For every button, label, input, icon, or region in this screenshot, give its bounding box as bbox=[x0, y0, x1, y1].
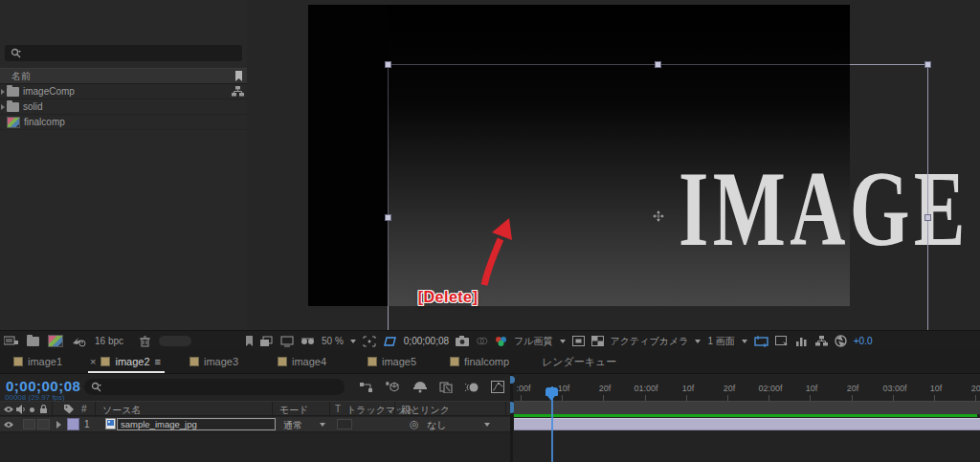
project-item-solid[interactable]: solid bbox=[0, 99, 247, 115]
ruler-tick-label: 20f bbox=[847, 384, 859, 393]
preserve-transparency-column[interactable]: T bbox=[335, 404, 341, 414]
source-name-column[interactable]: ソース名 bbox=[102, 404, 141, 417]
show-channels-icon[interactable] bbox=[495, 336, 507, 347]
layer-twirl-icon[interactable] bbox=[56, 421, 61, 429]
switch-cell[interactable] bbox=[37, 419, 50, 429]
tab-label: image1 bbox=[28, 356, 62, 367]
project-name-column-header[interactable]: 名前 bbox=[0, 68, 247, 84]
fast-previews-icon[interactable] bbox=[572, 336, 585, 346]
switch-cell[interactable] bbox=[23, 419, 35, 429]
snapshot-camera-icon[interactable] bbox=[456, 336, 469, 346]
timeline-search-input[interactable] bbox=[84, 379, 345, 395]
project-settings-icon[interactable] bbox=[72, 336, 86, 347]
selection-handle-mid-right[interactable] bbox=[924, 214, 931, 221]
current-time-field[interactable]: 0;00;00;08 bbox=[6, 378, 80, 394]
audio-icon[interactable] bbox=[16, 405, 26, 414]
tab-menu-icon[interactable]: ≡ bbox=[155, 356, 161, 367]
shared-view-options-icon[interactable] bbox=[775, 336, 789, 347]
lock-icon[interactable] bbox=[39, 405, 48, 414]
playhead-handle[interactable] bbox=[546, 387, 558, 396]
graph-editor-icon[interactable] bbox=[491, 381, 504, 393]
pixel-aspect-correction-icon[interactable] bbox=[754, 336, 768, 347]
chevron-down-icon[interactable] bbox=[320, 423, 325, 427]
project-search-input[interactable] bbox=[5, 45, 242, 61]
tab-image5[interactable]: image5 bbox=[368, 350, 416, 373]
project-item-imagecomp[interactable]: imageComp bbox=[0, 84, 247, 99]
interpret-footage-icon[interactable] bbox=[4, 336, 18, 346]
draft-3d-icon[interactable] bbox=[386, 381, 401, 393]
selection-handle-top-center[interactable] bbox=[655, 61, 661, 68]
blend-mode-select[interactable]: 通常 bbox=[283, 419, 302, 432]
layer-duration-bar[interactable] bbox=[514, 418, 980, 430]
layer-number-column[interactable]: # bbox=[81, 404, 87, 414]
selection-handle-top-left[interactable] bbox=[385, 61, 391, 68]
work-area-bar[interactable] bbox=[514, 401, 980, 414]
histogram-icon[interactable] bbox=[795, 336, 809, 347]
tab-finalcomp[interactable]: finalcomp bbox=[450, 350, 509, 373]
pick-whip-icon[interactable]: ◎ bbox=[410, 418, 419, 430]
selection-edge-left bbox=[388, 64, 389, 330]
primary-viewer-icon[interactable] bbox=[280, 336, 294, 347]
ruler-tick-label: 10f bbox=[806, 384, 818, 393]
region-of-interest-icon[interactable] bbox=[363, 336, 376, 347]
view-layout-select[interactable]: 1 画面 bbox=[707, 335, 734, 348]
mask-visibility-icon[interactable] bbox=[383, 336, 397, 347]
after-effects-window: 名前 imageComp solid finalcomp bbox=[0, 0, 980, 462]
camera-view-select[interactable]: アクティブカメラ bbox=[611, 335, 689, 348]
tab-render-queue[interactable]: レンダーキュー bbox=[542, 350, 616, 373]
chevron-down-icon[interactable] bbox=[742, 340, 747, 343]
tab-image1[interactable]: image1 bbox=[13, 350, 62, 373]
footage-file-icon bbox=[105, 418, 116, 429]
tab-image2-active[interactable]: × image2 ≡ bbox=[90, 350, 161, 373]
frame-blending-icon[interactable] bbox=[439, 382, 454, 393]
twirl-icon[interactable] bbox=[1, 89, 5, 95]
chevron-down-icon[interactable] bbox=[484, 423, 490, 427]
label-tag-icon[interactable] bbox=[63, 404, 75, 414]
project-item-finalcomp[interactable]: finalcomp bbox=[0, 115, 247, 130]
chevron-down-icon[interactable] bbox=[560, 340, 566, 343]
comp-tab-icon bbox=[450, 357, 459, 366]
shy-layers-icon[interactable] bbox=[412, 382, 428, 393]
flowchart-icon[interactable] bbox=[815, 336, 828, 346]
channel-glasses-icon[interactable] bbox=[301, 336, 315, 346]
always-preview-icon[interactable] bbox=[260, 336, 274, 347]
tab-label: image4 bbox=[292, 356, 326, 367]
parent-select[interactable]: なし bbox=[427, 419, 446, 432]
tab-image3[interactable]: image3 bbox=[189, 350, 238, 373]
viewer-timecode[interactable]: 0;00;00;08 bbox=[404, 336, 449, 346]
bit-depth-label[interactable]: 16 bpc bbox=[95, 336, 123, 346]
bookmark-flag-icon[interactable] bbox=[234, 71, 243, 82]
chevron-down-icon[interactable] bbox=[350, 340, 356, 343]
tab-image4[interactable]: image4 bbox=[278, 350, 326, 373]
new-composition-icon[interactable] bbox=[48, 335, 63, 347]
composition-viewer[interactable]: IMAGE [Delete] bbox=[247, 0, 980, 330]
mode-column[interactable]: モード bbox=[279, 404, 308, 417]
layer-visibility-eye-icon[interactable] bbox=[3, 421, 14, 429]
resolution-select[interactable]: フル画質 bbox=[514, 335, 552, 348]
layer-row[interactable]: 1 sample_image_jpg 通常 ◎ なし bbox=[0, 417, 510, 432]
exposure-value[interactable]: +0.0 bbox=[854, 336, 873, 346]
image-layer[interactable]: IMAGE bbox=[388, 5, 850, 306]
column-divider bbox=[52, 402, 53, 417]
panel-flag-icon[interactable] bbox=[245, 336, 254, 347]
track-matte-select[interactable] bbox=[337, 419, 352, 429]
new-folder-icon[interactable] bbox=[27, 337, 39, 346]
mini-flowchart-icon[interactable] bbox=[360, 382, 374, 393]
eye-icon[interactable] bbox=[3, 406, 14, 413]
layer-label-color[interactable] bbox=[67, 418, 79, 430]
parent-link-column[interactable]: 親とリンク bbox=[401, 404, 450, 417]
show-snapshot-icon[interactable] bbox=[476, 336, 488, 346]
close-tab-icon[interactable]: × bbox=[90, 356, 96, 367]
trash-icon[interactable] bbox=[140, 336, 150, 347]
motion-blur-icon[interactable] bbox=[465, 382, 479, 393]
ruler-tick-label: 03:00f bbox=[882, 384, 906, 393]
solo-icon[interactable] bbox=[30, 407, 34, 412]
zoom-level-value[interactable]: 50 % bbox=[322, 336, 344, 346]
selection-handle-mid-left[interactable] bbox=[385, 214, 391, 221]
chevron-down-icon[interactable] bbox=[695, 340, 701, 343]
selection-handle-top-right[interactable] bbox=[924, 61, 931, 68]
twirl-icon[interactable] bbox=[1, 104, 5, 110]
layer-name-field[interactable]: sample_image_jpg bbox=[117, 418, 276, 430]
exposure-icon[interactable] bbox=[835, 335, 847, 347]
transparency-grid-icon[interactable] bbox=[591, 336, 604, 346]
